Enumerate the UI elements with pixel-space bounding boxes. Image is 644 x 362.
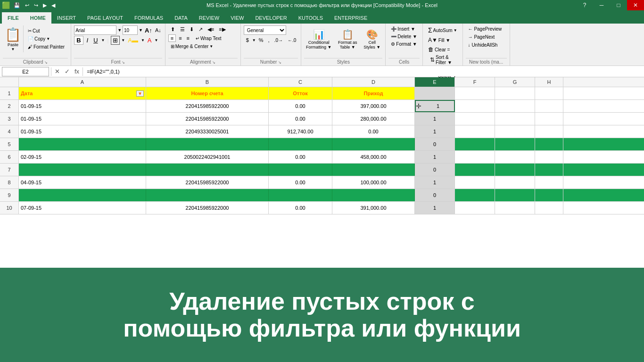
cell-f1[interactable] — [455, 87, 495, 99]
cell-e5[interactable]: 0 — [415, 138, 455, 150]
cell-styles-btn[interactable]: 🎨 CellStyles ▼ — [362, 25, 382, 53]
autosum-btn[interactable]: Σ AutoSum ▼ — [426, 25, 460, 35]
cut-btn[interactable]: ✂ Cut — [25, 27, 67, 34]
col-header-b[interactable]: B — [146, 77, 269, 87]
quick-access-toolbar[interactable]: 🟩 💾 ↩ ↪ ▶ ◀ — [2, 1, 56, 9]
cell-b4[interactable]: 220493330025001 — [146, 125, 269, 138]
tab-home[interactable]: HOME — [25, 12, 51, 24]
confirm-formula-btn[interactable]: ✓ — [63, 68, 71, 75]
currency-dropdown[interactable]: ▼ — [252, 38, 256, 42]
cancel-formula-btn[interactable]: ✕ — [53, 68, 61, 75]
cell-c1[interactable]: Отток — [269, 87, 332, 99]
font-size-input[interactable] — [123, 25, 138, 35]
sort-filter-btn[interactable]: ⇅ Sort &Filter ▼ — [428, 54, 460, 66]
font-color-dropdown[interactable]: ▼ — [155, 38, 158, 42]
cell-d10[interactable]: 391,000.00 — [332, 202, 415, 214]
tab-insert[interactable]: INSERT — [51, 12, 82, 24]
save-quick-btn[interactable]: 💾 — [13, 2, 21, 8]
cell-b9[interactable] — [146, 189, 269, 201]
cell-e8[interactable]: 1 — [415, 176, 455, 189]
cell-e7[interactable]: 0 — [415, 164, 455, 176]
cell-e3[interactable]: 1 — [415, 113, 455, 125]
minimize-btn[interactable]: ─ — [593, 0, 610, 10]
paste-btn[interactable]: 📋 Paste ▼ — [3, 25, 24, 52]
col-header-e[interactable]: E — [415, 77, 455, 87]
insert-cells-btn[interactable]: ➕ Insert ▼ — [388, 25, 420, 33]
col-header-g[interactable]: G — [495, 77, 535, 87]
cell-a2[interactable]: 01-09-15 — [19, 100, 146, 112]
cell-a3[interactable]: 01-09-15 — [19, 113, 146, 125]
cell-a9[interactable] — [19, 189, 146, 201]
merge-center-btn[interactable]: ⊞ Merge & Center ▼ — [168, 43, 216, 50]
border-dropdown[interactable]: ▼ — [121, 38, 125, 42]
align-top-btn[interactable]: ⬆ — [168, 25, 177, 33]
page-prev-btn[interactable]: ← PagePreview — [466, 25, 504, 33]
undo-btn[interactable]: ↩ — [24, 2, 30, 8]
cell-d4[interactable]: 0.00 — [332, 125, 415, 138]
forward-btn[interactable]: ▶ — [42, 2, 48, 8]
align-bottom-btn[interactable]: ⬇ — [188, 26, 196, 33]
col-header-d[interactable]: D — [332, 77, 415, 87]
cell-b8[interactable]: 220415985922000 — [146, 176, 269, 189]
tab-data[interactable]: DATA — [169, 12, 193, 24]
cell-c8[interactable]: 0.00 — [269, 176, 332, 189]
border-btn[interactable]: ⊞ — [111, 36, 120, 45]
cell-a6[interactable]: 02-09-15 — [19, 151, 146, 163]
decrease-font-btn[interactable]: A↓ — [154, 27, 162, 33]
cell-h8[interactable] — [535, 176, 563, 189]
cell-e2[interactable]: ✛ 1 — [415, 100, 455, 112]
col-header-c[interactable]: C — [269, 77, 332, 87]
cell-h9[interactable] — [535, 189, 563, 201]
comma-btn[interactable]: , — [266, 37, 272, 43]
cell-f8[interactable] — [455, 176, 495, 189]
cell-c9[interactable] — [269, 189, 332, 201]
cell-f10[interactable] — [455, 202, 495, 214]
cell-g4[interactable] — [495, 125, 535, 138]
cell-c3[interactable]: 0.00 — [269, 113, 332, 125]
cell-b10[interactable]: 220415985922000 — [146, 202, 269, 214]
cell-f3[interactable] — [455, 113, 495, 125]
cell-b3[interactable]: 220415985922000 — [146, 113, 269, 125]
cell-g6[interactable] — [495, 151, 535, 163]
decrease-decimal-btn[interactable]: ←.0 — [286, 37, 298, 43]
format-painter-btn[interactable]: 🖌 Format Painter — [25, 43, 67, 50]
cell-f4[interactable] — [455, 125, 495, 138]
fill-color-btn[interactable]: A▬ — [126, 36, 140, 44]
cell-h10[interactable] — [535, 202, 563, 214]
tab-formulas[interactable]: FORMULAS — [129, 12, 169, 24]
cell-c2[interactable]: 0.00 — [269, 100, 332, 112]
increase-decimal-btn[interactable]: .0→ — [272, 37, 285, 43]
format-cells-btn[interactable]: ⚙ Format ▼ — [388, 41, 420, 48]
cell-f9[interactable] — [455, 189, 495, 201]
cell-h5[interactable] — [535, 138, 563, 150]
currency-btn[interactable]: $ — [244, 36, 251, 44]
cell-e4[interactable]: 1 — [415, 125, 455, 138]
cell-e6[interactable]: 1 — [415, 151, 455, 163]
cell-f2[interactable] — [455, 100, 495, 112]
cell-c10[interactable]: 0.00 — [269, 202, 332, 214]
cell-d6[interactable]: 458,000.00 — [332, 151, 415, 163]
percent-btn[interactable]: % — [257, 37, 265, 43]
cell-a7[interactable] — [19, 164, 146, 176]
cell-c4[interactable]: 912,740.00 — [269, 125, 332, 138]
cell-b5[interactable] — [146, 138, 269, 150]
cell-h3[interactable] — [535, 113, 563, 125]
cell-e1[interactable] — [415, 87, 455, 99]
cell-g3[interactable] — [495, 113, 535, 125]
align-right-btn[interactable]: ≡ — [185, 35, 191, 41]
unhide-btn[interactable]: ↓ UnhideAllSh — [466, 41, 500, 49]
cell-a8[interactable]: 04-09-15 — [19, 176, 146, 189]
redo-btn[interactable]: ↪ — [33, 2, 39, 8]
back-btn[interactable]: ◀ — [50, 2, 56, 8]
cell-e10[interactable]: 1 — [415, 202, 455, 214]
text-direction-btn[interactable]: ↗ — [197, 26, 205, 33]
cell-d9[interactable] — [332, 189, 415, 201]
cell-c7[interactable] — [269, 164, 332, 176]
cell-g2[interactable] — [495, 100, 535, 112]
paste-dropdown[interactable]: ▼ — [11, 47, 15, 51]
increase-font-btn[interactable]: A↑ — [144, 27, 153, 34]
cell-h4[interactable] — [535, 125, 563, 138]
delete-cells-btn[interactable]: ➖ Delete ▼ — [388, 33, 420, 40]
cell-a1[interactable]: Дата ▼ — [19, 87, 146, 99]
cell-b6[interactable]: 2050022402941001 — [146, 151, 269, 163]
